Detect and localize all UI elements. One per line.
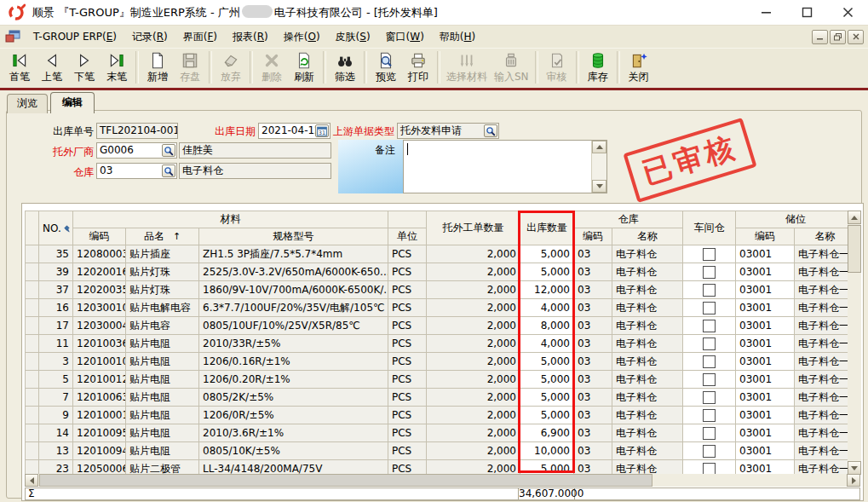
menu-item-6[interactable]: 窗口(W) <box>378 28 432 45</box>
table-row[interactable]: 2312050006贴片二极管LL-34/4148/200MA/75VPCS2,… <box>26 460 856 476</box>
warehouse-code-field[interactable]: 03 <box>96 163 177 179</box>
cell-workshop[interactable] <box>683 353 736 371</box>
col-wh-name[interactable]: 名称 <box>612 228 683 245</box>
table-row[interactable]: 3712020035贴片灯珠1860/9V-10V/700mA/6000K-65… <box>26 281 856 299</box>
col-material-name[interactable]: 品名↑ <box>126 228 199 245</box>
cell-no[interactable]: 9 <box>39 407 73 424</box>
scroll-up-button[interactable] <box>848 211 861 224</box>
cell-row-indicator[interactable] <box>26 245 39 263</box>
cell-spec[interactable]: 1860/9V-10V/700mA/6000K-6500K/... <box>199 281 388 299</box>
cell-loc-name[interactable]: 电子料仓一储 <box>795 460 856 476</box>
cell-unit[interactable]: PCS <box>388 389 427 407</box>
cell-out-qty[interactable]: 5,000 <box>520 460 574 476</box>
cell-spec[interactable]: 1206/0.20R/±1% <box>199 371 388 389</box>
warehouse-name-field[interactable]: 电子料仓 <box>179 163 331 179</box>
cell-loc-name[interactable]: 电子料仓一储 <box>795 389 856 407</box>
cell-material-code[interactable]: 12010001 <box>73 407 126 424</box>
cell-wh-code[interactable]: 03 <box>574 424 612 442</box>
menu-item-3[interactable]: 报表(R) <box>225 28 276 45</box>
cell-wh-code[interactable]: 03 <box>574 245 612 263</box>
cell-material-name[interactable]: 贴片电阻 <box>126 424 199 442</box>
cell-row-indicator[interactable] <box>26 407 39 424</box>
cell-unit[interactable]: PCS <box>388 335 427 353</box>
workshop-checkbox[interactable] <box>703 355 716 368</box>
cell-loc-code[interactable]: 03001 <box>736 353 795 371</box>
next-record-button[interactable]: 下笔 <box>68 50 101 84</box>
cell-unit[interactable]: PCS <box>388 407 427 424</box>
cell-wh-name[interactable]: 电子料仓 <box>612 407 683 424</box>
cell-wo-qty[interactable]: 2,000 <box>427 263 520 281</box>
cell-loc-name[interactable]: 电子料仓一储 <box>795 281 856 299</box>
cell-no[interactable]: 11 <box>39 335 73 353</box>
cell-unit[interactable]: PCS <box>388 353 427 371</box>
upstream-type-field[interactable]: 托外发料申请 <box>397 123 499 139</box>
table-row[interactable]: 1612030010贴片电解电容6.3*7.7/100UF/20%/35V/电解… <box>26 299 856 317</box>
cell-spec[interactable]: 0805/10K/±5% <box>199 442 388 460</box>
cell-out-qty[interactable]: 10,000 <box>520 442 574 460</box>
workshop-checkbox[interactable] <box>703 391 716 404</box>
cell-row-indicator[interactable] <box>26 335 39 353</box>
cell-wo-qty[interactable]: 2,000 <box>427 460 520 476</box>
cell-wh-name[interactable]: 电子料仓 <box>612 317 683 335</box>
workshop-checkbox[interactable] <box>703 463 716 476</box>
cell-no[interactable]: 3 <box>39 353 73 371</box>
cell-loc-code[interactable]: 03001 <box>736 407 795 424</box>
cell-spec[interactable]: 6.3*7.7/100UF/20%/35V/电解/105℃ <box>199 299 388 317</box>
cell-material-name[interactable]: 贴片电阻 <box>126 407 199 424</box>
cell-wh-name[interactable]: 电子料仓 <box>612 424 683 442</box>
cell-row-indicator[interactable] <box>26 442 39 460</box>
preview-button[interactable]: 预览 <box>370 50 402 84</box>
cell-unit[interactable]: PCS <box>388 442 427 460</box>
close-form-button[interactable]: 关闭 <box>623 50 655 84</box>
col-loc-name[interactable]: 名称 <box>795 228 856 245</box>
col-group-location[interactable]: 储位 <box>736 211 856 228</box>
cell-workshop[interactable] <box>683 442 736 460</box>
cell-row-indicator[interactable] <box>26 389 39 407</box>
cell-wo-qty[interactable]: 2,000 <box>427 281 520 299</box>
cell-wo-qty[interactable]: 2,000 <box>427 245 520 263</box>
cell-material-name[interactable]: 贴片电阻 <box>126 389 199 407</box>
cell-workshop[interactable] <box>683 299 736 317</box>
cell-material-code[interactable]: 12010094 <box>73 442 126 460</box>
workshop-checkbox[interactable] <box>703 266 716 279</box>
cell-material-code[interactable]: 12010063 <box>73 389 126 407</box>
col-loc-code[interactable]: 编码 <box>736 228 795 245</box>
cell-wh-code[interactable]: 03 <box>574 299 612 317</box>
cell-workshop[interactable] <box>683 389 736 407</box>
cell-wo-qty[interactable]: 2,000 <box>427 335 520 353</box>
cell-material-name[interactable]: 贴片灯珠 <box>126 281 199 299</box>
cell-wo-qty[interactable]: 2,000 <box>427 371 520 389</box>
cell-wh-name[interactable]: 电子料仓 <box>612 263 683 281</box>
cell-row-indicator[interactable] <box>26 424 39 442</box>
col-wh-code[interactable]: 编码 <box>574 228 612 245</box>
cell-wh-name[interactable]: 电子料仓 <box>612 245 683 263</box>
workshop-checkbox[interactable] <box>703 302 716 314</box>
remark-scrollbar[interactable] <box>591 141 606 193</box>
cell-material-name[interactable]: 贴片电解电容 <box>126 299 199 317</box>
cell-wh-name[interactable]: 电子料仓 <box>612 460 683 476</box>
cell-loc-name[interactable]: 电子料仓一储 <box>795 424 856 442</box>
table-row[interactable]: 1312010094贴片电阻0805/10K/±5%PCS2,00010,000… <box>26 442 856 460</box>
scroll-up-button[interactable] <box>592 141 606 153</box>
workshop-checkbox[interactable] <box>703 338 716 350</box>
col-material-code[interactable]: 编码 <box>73 228 126 245</box>
cell-material-code[interactable]: 12010010 <box>73 353 126 371</box>
cell-out-qty[interactable]: 5,000 <box>520 245 574 263</box>
cell-wh-name[interactable]: 电子料仓 <box>612 281 683 299</box>
cell-spec[interactable]: 0805/2K/±5% <box>199 389 388 407</box>
cell-wh-code[interactable]: 03 <box>574 335 612 353</box>
cell-material-code[interactable]: 12020035 <box>73 281 126 299</box>
cell-no[interactable]: 14 <box>39 424 73 442</box>
cell-wh-name[interactable]: 电子料仓 <box>612 299 683 317</box>
cell-out-qty[interactable]: 5,000 <box>520 389 574 407</box>
cell-workshop[interactable] <box>683 371 736 389</box>
col-wo-qty[interactable]: 托外工单数量 <box>427 211 520 245</box>
cell-row-indicator[interactable] <box>26 371 39 389</box>
horizontal-scrollbar[interactable] <box>25 474 860 487</box>
cell-workshop[interactable] <box>683 460 736 476</box>
new-doc-button[interactable]: 新增 <box>141 50 174 84</box>
upstream-lookup-button[interactable] <box>484 124 497 137</box>
cell-no[interactable]: 5 <box>39 371 73 389</box>
cell-wo-qty[interactable]: 2,000 <box>427 442 520 460</box>
col-no[interactable]: NO. <box>39 211 73 245</box>
